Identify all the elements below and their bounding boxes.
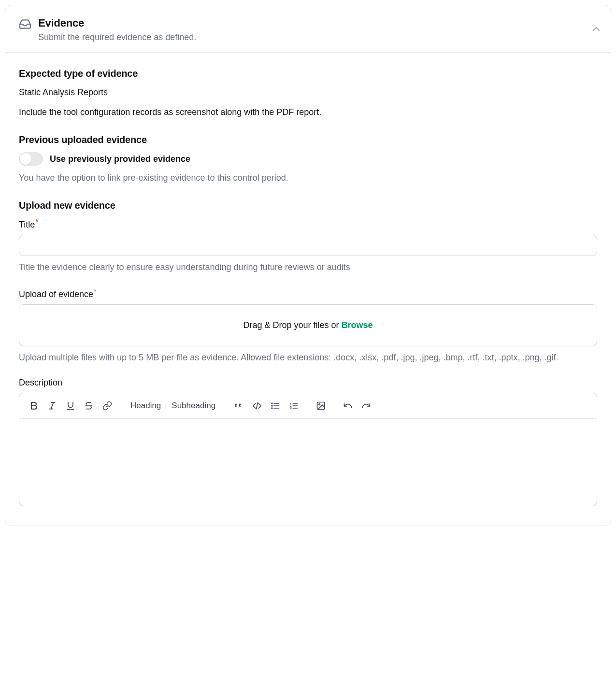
rich-text-editor: Heading Subheading	[19, 393, 597, 506]
svg-point-9	[272, 403, 272, 404]
svg-point-10	[272, 405, 272, 406]
description-label: Description	[19, 378, 597, 388]
link-icon	[102, 401, 112, 411]
image-icon	[316, 401, 326, 411]
expected-heading: Expected type of evidence	[19, 68, 597, 79]
strikethrough-icon	[84, 401, 94, 411]
bold-button[interactable]	[26, 398, 42, 413]
svg-line-2	[51, 402, 54, 409]
redo-button[interactable]	[358, 398, 374, 413]
title-label: Title*	[19, 218, 597, 230]
undo-icon	[343, 401, 353, 411]
bullet-list-button[interactable]	[268, 398, 283, 413]
card-header: Evidence Submit the required evidence as…	[5, 5, 611, 53]
toggle-knob	[20, 153, 31, 165]
code-icon	[252, 401, 262, 411]
title-helper: Title the evidence clearly to ensure eas…	[19, 261, 597, 274]
evidence-card: Evidence Submit the required evidence as…	[5, 5, 611, 526]
numbered-list-button[interactable]	[286, 398, 301, 413]
heading-button[interactable]: Heading	[127, 399, 165, 413]
title-input[interactable]	[19, 235, 597, 256]
collapse-button[interactable]	[590, 23, 602, 35]
redo-icon	[361, 401, 371, 411]
expected-instruction: Include the tool configuration records a…	[19, 106, 597, 119]
title-label-text: Title	[19, 220, 35, 229]
underline-icon	[66, 401, 75, 411]
image-button[interactable]	[313, 398, 329, 413]
file-dropzone[interactable]: Drag & Drop your files or Browse	[19, 304, 597, 346]
bold-icon	[29, 401, 39, 411]
description-textarea[interactable]	[19, 419, 597, 506]
use-previous-label: Use previously provided evidence	[50, 154, 190, 164]
required-indicator: *	[94, 287, 96, 295]
expected-type: Static Analysis Reports	[19, 86, 597, 99]
quote-icon	[234, 401, 244, 411]
use-previous-toggle[interactable]	[19, 152, 43, 166]
numbered-list-icon	[289, 401, 299, 411]
link-button[interactable]	[100, 398, 115, 413]
italic-button[interactable]	[44, 398, 60, 413]
upload-helper: Upload multiple files with up to 5 MB pe…	[19, 351, 597, 364]
quote-button[interactable]	[231, 398, 246, 413]
bullet-list-icon	[271, 401, 280, 411]
editor-toolbar: Heading Subheading	[19, 393, 597, 419]
card-body: Expected type of evidence Static Analysi…	[5, 53, 611, 526]
underline-button[interactable]	[63, 398, 78, 413]
italic-icon	[47, 401, 57, 411]
subheading-button[interactable]: Subheading	[168, 399, 219, 413]
previous-helper: You have the option to link pre-existing…	[19, 171, 597, 185]
svg-line-5	[256, 402, 258, 409]
browse-link[interactable]: Browse	[342, 320, 373, 330]
strikethrough-button[interactable]	[81, 398, 97, 413]
upload-heading: Upload new evidence	[19, 200, 597, 211]
upload-label: Upload of evidence*	[19, 287, 597, 299]
dropzone-text: Drag & Drop your files or	[243, 320, 341, 330]
upload-label-text: Upload of evidence	[19, 289, 93, 299]
undo-button[interactable]	[340, 398, 356, 413]
previous-heading: Previous uploaded evidence	[19, 134, 597, 145]
card-title: Evidence	[38, 17, 597, 29]
card-subtitle: Submit the required evidence as defined.	[38, 32, 597, 43]
code-button[interactable]	[249, 398, 265, 413]
svg-point-11	[272, 408, 272, 409]
chevron-up-icon	[590, 23, 602, 35]
svg-point-16	[319, 404, 320, 405]
inbox-icon	[19, 18, 31, 30]
required-indicator: *	[35, 218, 38, 226]
